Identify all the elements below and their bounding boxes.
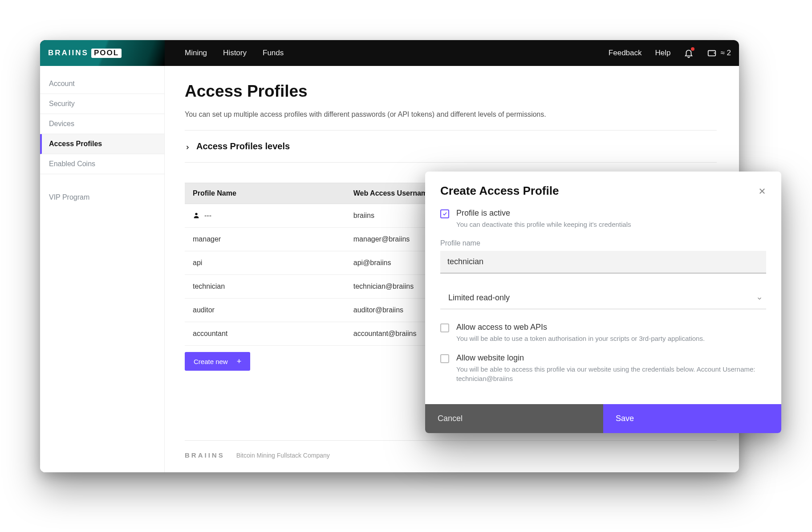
modal-header: Create Access Profile bbox=[425, 172, 781, 209]
brand-name: BRAIINS bbox=[48, 49, 89, 57]
chevron-down-icon bbox=[756, 295, 763, 301]
sidebar-item-vip[interactable]: VIP Program bbox=[40, 188, 164, 207]
levels-label: Access Profiles levels bbox=[196, 141, 290, 151]
cell-name: manager bbox=[185, 228, 345, 251]
feedback-link[interactable]: Feedback bbox=[609, 49, 642, 57]
app-header: BRAIINS POOL Mining History Funds Feedba… bbox=[40, 40, 739, 66]
option-api: Allow access to web APIs You will be abl… bbox=[440, 323, 766, 344]
sidebar: Account Security Devices Access Profiles… bbox=[40, 66, 165, 472]
modal-actions: Cancel Save bbox=[425, 404, 781, 433]
cell-name: --- bbox=[185, 204, 345, 228]
page-title: Access Profiles bbox=[185, 82, 717, 101]
checkbox-active[interactable] bbox=[440, 209, 449, 218]
bell-icon[interactable] bbox=[684, 48, 694, 58]
brand-sub: POOL bbox=[91, 49, 122, 58]
cell-name: technician bbox=[185, 275, 345, 299]
sidebar-item-security[interactable]: Security bbox=[40, 94, 164, 114]
nav-funds[interactable]: Funds bbox=[263, 49, 284, 57]
save-button[interactable]: Save bbox=[603, 404, 781, 433]
sidebar-item-account[interactable]: Account bbox=[40, 74, 164, 94]
sidebar-item-label: VIP Program bbox=[49, 193, 89, 201]
sidebar-item-label: Account bbox=[49, 80, 75, 87]
option-weblogin-sub: You will be able to access this profile … bbox=[456, 364, 766, 384]
svg-point-1 bbox=[195, 213, 197, 215]
plus-icon: + bbox=[237, 357, 242, 365]
level-select[interactable]: Limited read-only bbox=[440, 287, 766, 309]
profile-name-input[interactable] bbox=[440, 251, 766, 274]
cell-name: auditor bbox=[185, 299, 345, 322]
wallet-icon bbox=[707, 48, 717, 58]
nav-mining[interactable]: Mining bbox=[185, 49, 207, 57]
sidebar-item-access-profiles[interactable]: Access Profiles bbox=[40, 134, 164, 154]
option-active-sub: You can deactivate this profile while ke… bbox=[456, 220, 631, 229]
modal-title: Create Access Profile bbox=[440, 184, 559, 198]
th-name: Profile Name bbox=[185, 183, 345, 204]
nav-history[interactable]: History bbox=[223, 49, 247, 57]
sidebar-item-devices[interactable]: Devices bbox=[40, 114, 164, 134]
wallet-value: ≈ 2 bbox=[720, 49, 731, 57]
sidebar-item-enabled-coins[interactable]: Enabled Coins bbox=[40, 154, 164, 174]
sidebar-item-label: Enabled Coins bbox=[49, 160, 95, 168]
header-right: Feedback Help ≈ 2 bbox=[609, 48, 739, 58]
option-active: Profile is active You can deactivate thi… bbox=[440, 209, 766, 229]
modal-body: Profile is active You can deactivate thi… bbox=[425, 209, 781, 404]
sidebar-item-label: Security bbox=[49, 100, 75, 107]
option-weblogin-label: Allow website login bbox=[456, 353, 766, 363]
main-nav: Mining History Funds bbox=[185, 49, 284, 57]
wallet-balance[interactable]: ≈ 2 bbox=[707, 48, 731, 58]
option-weblogin: Allow website login You will be able to … bbox=[440, 353, 766, 384]
close-icon[interactable] bbox=[758, 187, 766, 195]
levels-toggle[interactable]: Access Profiles levels bbox=[185, 131, 717, 163]
cancel-button[interactable]: Cancel bbox=[425, 404, 603, 433]
checkbox-api[interactable] bbox=[440, 323, 449, 332]
checkbox-weblogin[interactable] bbox=[440, 354, 449, 363]
sidebar-item-label: Devices bbox=[49, 120, 74, 127]
brand-logo[interactable]: BRAIINS POOL bbox=[40, 40, 165, 66]
create-profile-modal: Create Access Profile Profile is active … bbox=[425, 172, 781, 433]
option-active-label: Profile is active bbox=[456, 209, 631, 218]
footer: BRAIINS Bitcoin Mining Fullstack Company bbox=[185, 440, 717, 472]
footer-brand: BRAIINS bbox=[185, 451, 225, 459]
option-api-label: Allow access to web APIs bbox=[456, 323, 705, 332]
footer-tagline: Bitcoin Mining Fullstack Company bbox=[236, 452, 330, 459]
sidebar-item-label: Access Profiles bbox=[49, 140, 102, 147]
help-link[interactable]: Help bbox=[655, 49, 671, 57]
level-select-value: Limited read-only bbox=[448, 293, 510, 303]
create-new-button[interactable]: Create new + bbox=[185, 352, 250, 371]
option-api-sub: You will be able to use a token authoris… bbox=[456, 334, 705, 344]
cell-name: accountant bbox=[185, 322, 345, 346]
notification-dot bbox=[691, 47, 694, 51]
profile-name-label: Profile name bbox=[440, 239, 766, 247]
user-icon bbox=[193, 212, 200, 219]
page-subtitle: You can set up multiple access profiles … bbox=[185, 110, 717, 131]
cell-name: api bbox=[185, 251, 345, 275]
chevron-right-icon bbox=[185, 144, 190, 149]
create-new-label: Create new bbox=[194, 358, 228, 365]
